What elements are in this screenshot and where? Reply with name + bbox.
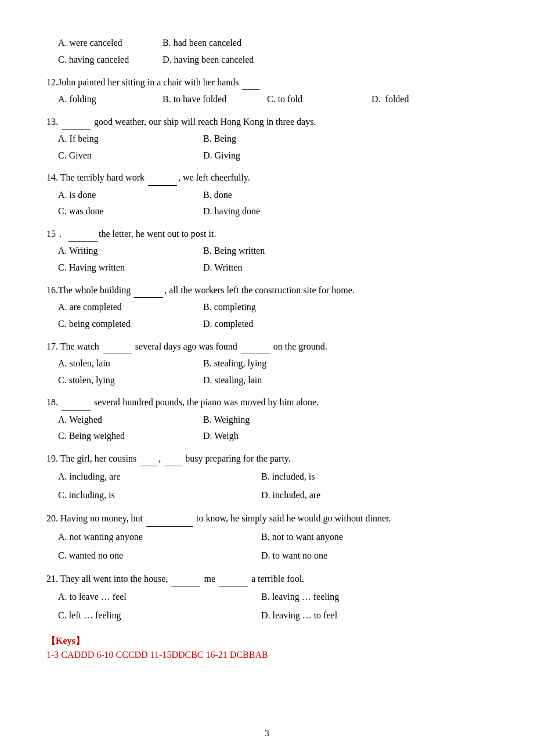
question-18: 18. several hundred pounds, the piano wa… xyxy=(46,394,488,445)
q20-option-a: A. not wanting anyone xyxy=(58,528,261,546)
q20-option-b: B. not to want anyone xyxy=(261,528,464,546)
q19-option-d: D. included, are xyxy=(261,486,464,505)
q17-option-b: B. stealing, lying xyxy=(203,355,331,372)
keys-section: 【Keys】 1-3 CADDD 6-10 CCCDD 11-15DDCBC 1… xyxy=(46,635,488,660)
q14-blank xyxy=(148,185,177,186)
q17-blank2 xyxy=(241,354,270,354)
q14-text: 14. The terribly hard work , we left che… xyxy=(46,170,488,185)
question-19: 19. The girl, her cousins , busy prepari… xyxy=(46,451,488,505)
q20-option-d: D. to want no one xyxy=(261,546,464,565)
q19-option-b: B. included, is xyxy=(261,467,464,486)
q15-option-a: A. Writing xyxy=(58,243,186,260)
q12-option-d: D. folded xyxy=(371,91,459,108)
q21-option-a: A. to leave … feel xyxy=(58,588,261,606)
q13-blank xyxy=(62,129,91,129)
q19-option-a: A. including, are xyxy=(58,467,261,486)
q13-option-a: A. If being xyxy=(58,131,186,147)
q17-text: 17. The watch several days ago was found… xyxy=(46,339,488,354)
q20-blank xyxy=(146,526,193,527)
q15-option-b: B. Being written xyxy=(203,243,331,260)
q12-option-a: A. folding xyxy=(58,91,145,108)
question-20: 20. Having no money, but to know, he sim… xyxy=(46,510,488,564)
q17-option-a: A. stolen, lain xyxy=(58,355,186,372)
q12-text: 12.John painted her sitting in a chair w… xyxy=(46,74,488,90)
q15-option-d: D. Written xyxy=(203,260,331,276)
question-16: 16.The whole building , all the workers … xyxy=(46,282,488,333)
q12-option-c: C. to fold xyxy=(267,91,354,108)
question-13: 13. good weather, our ship will reach Ho… xyxy=(46,114,488,164)
q16-blank xyxy=(134,297,163,298)
q21-text: 21. They all went into the house, me a t… xyxy=(46,571,488,586)
q13-text: 13. good weather, our ship will reach Ho… xyxy=(46,114,488,129)
q12-blank xyxy=(242,89,259,90)
q15-option-c: C. Having written xyxy=(58,260,186,276)
q19-text: 19. The girl, her cousins , busy prepari… xyxy=(46,451,488,466)
q21-option-c: C. left … feeling xyxy=(58,606,261,625)
q16-option-b: B. completing xyxy=(203,299,331,316)
q21-option-d: D. leaving … to feel xyxy=(261,606,464,625)
question-15: 15． the letter, he went out to post it. … xyxy=(46,226,488,276)
q12-option-b: B. to have folded xyxy=(163,91,250,108)
q18-option-c: C. Being weighed xyxy=(58,428,186,445)
q17-option-d: D. stealing, lain xyxy=(203,372,331,389)
q16-option-a: A. are completed xyxy=(58,299,186,316)
q16-option-d: D. completed xyxy=(203,316,331,333)
options-row-11a: A. were canceled B. had been canceled C.… xyxy=(46,35,488,69)
q14-option-c: C. was done xyxy=(58,203,186,220)
option-b: B. had been canceled xyxy=(163,35,250,52)
q13-option-b: B. Being xyxy=(203,131,331,147)
q18-option-d: D. Weigh xyxy=(203,428,331,445)
option-c: C. having canceled xyxy=(58,52,145,69)
question-12: 12.John painted her sitting in a chair w… xyxy=(46,74,488,108)
q19-blank2 xyxy=(164,466,182,466)
q20-text: 20. Having no money, but to know, he sim… xyxy=(46,510,488,526)
keys-title: 【Keys】 xyxy=(46,635,488,647)
q15-text: 15． the letter, he went out to post it. xyxy=(46,226,488,242)
q21-blank2 xyxy=(219,586,248,586)
q21-blank1 xyxy=(171,586,200,586)
question-21: 21. They all went into the house, me a t… xyxy=(46,571,488,625)
q14-option-d: D. having done xyxy=(203,203,331,220)
option-d: D. having been canceled xyxy=(163,52,254,69)
q13-option-c: C. Given xyxy=(58,147,186,164)
q18-blank xyxy=(62,410,91,411)
q17-blank1 xyxy=(103,354,132,354)
q21-option-b: B. leaving … feeling xyxy=(261,588,464,606)
question-14: 14. The terribly hard work , we left che… xyxy=(46,170,488,220)
q14-option-b: B. done xyxy=(203,187,331,204)
q14-option-a: A. is done xyxy=(58,187,186,204)
keys-content: 1-3 CADDD 6-10 CCCDD 11-15DDCBC 16-21 DC… xyxy=(46,650,488,660)
q18-option-a: A. Weighed xyxy=(58,412,186,429)
q17-option-c: C. stolen, lying xyxy=(58,372,186,389)
q15-blank xyxy=(68,241,98,242)
option-a: A. were canceled xyxy=(58,35,145,52)
q19-option-c: C. including, is xyxy=(58,486,261,505)
q18-text: 18. several hundred pounds, the piano wa… xyxy=(46,394,488,410)
question-17: 17. The watch several days ago was found… xyxy=(46,339,488,389)
q16-option-c: C. being completed xyxy=(58,316,186,333)
q19-blank1 xyxy=(140,466,157,466)
q13-option-d: D. Giving xyxy=(203,147,331,164)
q20-option-c: C. wanted no one xyxy=(58,546,261,565)
page-number: 3 xyxy=(265,729,269,739)
q18-option-b: B. Weighing xyxy=(203,412,331,429)
q16-text: 16.The whole building , all the workers … xyxy=(46,282,488,298)
